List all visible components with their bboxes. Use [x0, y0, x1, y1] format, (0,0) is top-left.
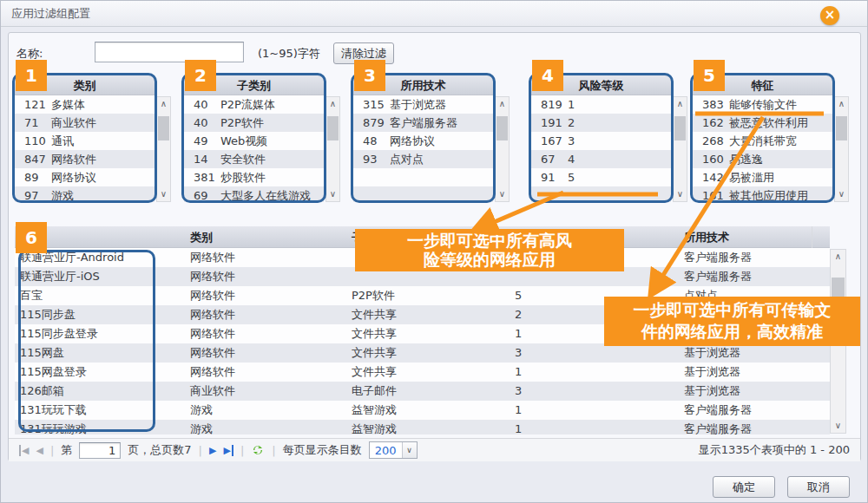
filter-list-item[interactable]: 91 5: [531, 168, 671, 186]
filter-list-item[interactable]: 89 网络协议: [15, 168, 155, 186]
item-count: 40: [184, 114, 220, 132]
page-number-input[interactable]: [79, 442, 121, 459]
cell-category: 网络软件: [190, 324, 235, 343]
cell-name: 百宝: [20, 286, 43, 305]
scroll-up-icon[interactable]: ∧: [157, 97, 170, 111]
scrollbar-thumb[interactable]: [158, 116, 169, 140]
scroll-down-icon[interactable]: ∨: [496, 187, 509, 201]
table-row[interactable]: 131玩玩游戏 游戏 益智游戏 1 客户端服务器: [15, 420, 830, 434]
next-page-icon[interactable]: ▶: [209, 445, 216, 456]
cell-name: 115网盘登录: [20, 363, 87, 382]
cell-subcategory: P2P软件: [352, 286, 395, 305]
filter-list-item[interactable]: 110 通讯: [15, 132, 155, 150]
table-row[interactable]: 126邮箱 商业软件 电子邮件 3 基于浏览器: [15, 382, 830, 401]
scrollbar-thumb[interactable]: [674, 116, 686, 140]
cell-name: 115同步盘登录: [20, 324, 98, 343]
scroll-down-icon[interactable]: ∨: [157, 187, 170, 201]
filter-list-item[interactable]: 383 能够传输文件: [693, 95, 832, 114]
scroll-down-icon[interactable]: ∨: [835, 187, 848, 201]
last-page-icon[interactable]: ▶: [223, 445, 233, 456]
scroll-up-icon[interactable]: ∧: [835, 97, 848, 111]
close-icon[interactable]: ×: [820, 6, 839, 25]
scroll-down-icon[interactable]: ∨: [831, 419, 845, 433]
filter-list-item[interactable]: 381 炒股软件: [184, 168, 324, 186]
cell-risk: 3: [515, 382, 522, 401]
scroll-up-icon[interactable]: ∧: [674, 97, 687, 111]
item-count: [531, 186, 568, 202]
filter-list-scrollbar[interactable]: ∧ ∨: [156, 96, 171, 202]
item-label: 通讯: [51, 132, 155, 150]
filter-list-item[interactable]: 40 P2P流媒体: [184, 95, 324, 114]
filter-list-item[interactable]: 847 网络软件: [15, 150, 155, 168]
item-count: 268: [693, 132, 729, 150]
filter-list-item[interactable]: 161 被其他应用使用: [693, 186, 832, 202]
filter-list-item[interactable]: 40 P2P软件: [184, 114, 324, 132]
filter-list-item[interactable]: 97 游戏: [15, 186, 155, 202]
filter-list-item[interactable]: 315 基于浏览器: [353, 95, 493, 114]
filter-list-item[interactable]: 160 易逃逸: [693, 150, 832, 168]
cell-risk: 2: [515, 305, 522, 324]
scrollbar-thumb[interactable]: [327, 116, 339, 140]
scroll-up-icon[interactable]: ∧: [831, 250, 845, 264]
item-count: 91: [531, 168, 568, 186]
item-count: 383: [693, 95, 729, 114]
filter-list-item[interactable]: 93 点对点: [353, 150, 493, 168]
item-count: 121: [15, 95, 51, 114]
item-label: 被恶意软件利用: [729, 114, 832, 132]
filter-list-item[interactable]: 67 4: [531, 150, 671, 168]
filter-list-item[interactable]: 819 1: [531, 95, 671, 114]
filter-list-item[interactable]: 142 易被滥用: [693, 168, 832, 186]
item-count: 49: [184, 132, 220, 150]
scrollbar-thumb[interactable]: [836, 116, 847, 140]
filter-list-item[interactable]: 48 网络协议: [353, 132, 493, 150]
cell-risk: 3: [515, 343, 522, 363]
item-count: 97: [15, 186, 51, 202]
filter-list-item[interactable]: 879 客户端服务器: [353, 114, 493, 132]
cancel-button[interactable]: 取消: [787, 476, 850, 498]
item-label: 游戏: [51, 186, 155, 202]
filter-list-item[interactable]: 167 3: [531, 132, 671, 150]
table-row[interactable]: 115网盘登录 网络软件 文件共享 1 基于浏览器: [15, 363, 830, 382]
name-input[interactable]: [95, 42, 244, 62]
filter-list-item[interactable]: 191 2: [531, 114, 671, 132]
filter-list-panel-风险等级: 风险等级 819 1 191 2 167 3 67 4 91 5 ∧ ∨ 4: [531, 75, 689, 202]
page-size-select[interactable]: 200 ∨: [369, 441, 418, 459]
annotation-badge-6: 6: [16, 222, 47, 253]
refresh-icon[interactable]: [251, 443, 265, 457]
item-label: 安全软件: [220, 150, 324, 168]
scroll-up-icon[interactable]: ∧: [496, 97, 509, 111]
filter-list-item[interactable]: 268 大量消耗带宽: [693, 132, 832, 150]
ok-button[interactable]: 确定: [713, 476, 775, 498]
filter-list-item[interactable]: 69 大型多人在线游戏: [184, 186, 324, 202]
scroll-down-icon[interactable]: ∨: [674, 187, 687, 201]
prev-page-icon[interactable]: ◀: [36, 445, 43, 456]
scrollbar-thumb[interactable]: [496, 116, 508, 140]
annotation-badge: 5: [694, 60, 725, 91]
filter-list-item[interactable]: 121 多媒体: [15, 95, 155, 114]
item-label: 被其他应用使用: [729, 186, 832, 202]
filter-list-scrollbar[interactable]: ∧ ∨: [834, 96, 849, 202]
filter-list-scrollbar[interactable]: ∧ ∨: [495, 96, 510, 202]
item-count: 93: [353, 150, 390, 168]
cell-risk: 1: [515, 363, 522, 382]
table-header-technology: 所用技术: [684, 226, 729, 248]
filter-list-scrollbar[interactable]: ∧ ∨: [326, 96, 340, 202]
item-label: 客户端服务器: [390, 114, 493, 132]
filter-list-item[interactable]: 71 商业软件: [15, 114, 155, 132]
filter-list-item[interactable]: [353, 186, 493, 202]
cell-subcategory: 益智游戏: [352, 420, 397, 434]
scroll-down-icon[interactable]: ∨: [326, 187, 339, 201]
filter-list-item[interactable]: 162 被恶意软件利用: [693, 114, 832, 132]
page-size-label: 每页显示条目数: [283, 442, 362, 458]
filter-list-item[interactable]: [353, 168, 493, 186]
filter-list-scrollbar[interactable]: ∧ ∨: [673, 96, 687, 202]
table-row[interactable]: 115网盘 网络软件 文件共享 3 基于浏览器: [15, 343, 830, 363]
filter-list-item[interactable]: 49 Web视频: [184, 132, 324, 150]
filter-list-item[interactable]: [531, 186, 671, 202]
table-row[interactable]: 131玩玩下载 游戏 益智游戏 1 客户端服务器: [15, 401, 830, 420]
scroll-up-icon[interactable]: ∧: [326, 97, 339, 111]
cell-technology: 客户端服务器: [684, 267, 752, 286]
cell-category: 网络软件: [190, 363, 235, 382]
filter-list-item[interactable]: 14 安全软件: [184, 150, 324, 168]
first-page-icon[interactable]: ◀: [19, 445, 29, 456]
